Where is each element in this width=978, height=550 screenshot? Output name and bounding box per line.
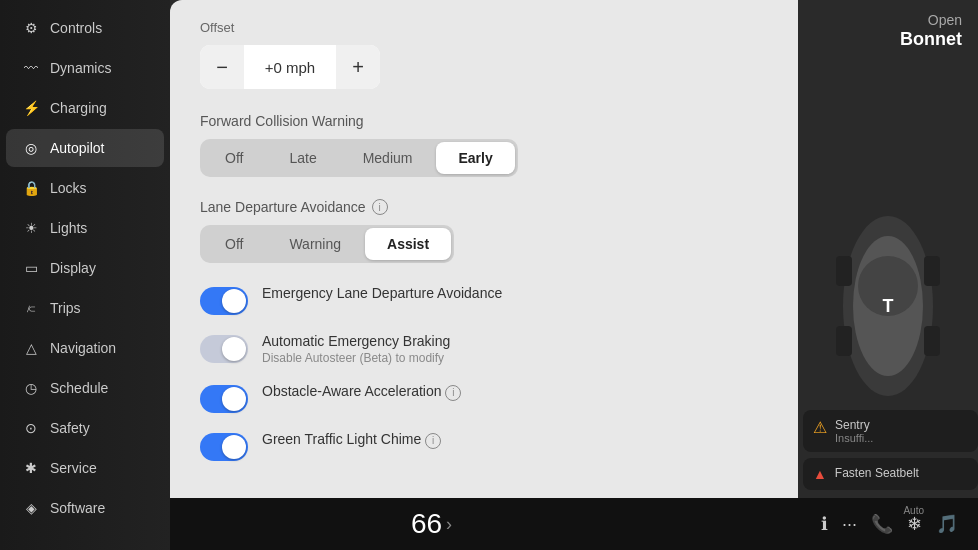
bottom-icon-more[interactable]: ··· <box>842 514 857 534</box>
sidebar-icon-navigation: △ <box>22 339 40 357</box>
bottom-right: ℹ···📞 ❄ Auto 🎵 <box>821 513 958 535</box>
sidebar-item-controls[interactable]: ⚙ Controls <box>6 9 164 47</box>
sidebar-item-autopilot[interactable]: ◎ Autopilot <box>6 129 164 167</box>
sidebar-icon-display: ▭ <box>22 259 40 277</box>
notif-subtitle-sentry: Insuffi... <box>835 432 873 444</box>
forward-collision-section: Forward Collision Warning OffLateMediumE… <box>200 113 768 177</box>
sidebar-item-software[interactable]: ◈ Software <box>6 489 164 527</box>
bottom-center: 66 › <box>411 508 452 540</box>
sidebar-icon-safety: ⊙ <box>22 419 40 437</box>
sidebar-icon-dynamics: 〰 <box>22 59 40 77</box>
fcw-option-medium[interactable]: Medium <box>341 142 435 174</box>
notif-card-seatbelt: ▲ Fasten Seatbelt <box>803 458 978 490</box>
toggle-row-obstacle-aware: Obstacle-Aware Acceleration i <box>200 383 768 413</box>
lane-departure-section: Lane Departure Avoidance i OffWarningAss… <box>200 199 768 263</box>
info-icon-green-traffic[interactable]: i <box>425 433 441 449</box>
fcw-option-early[interactable]: Early <box>436 142 514 174</box>
sidebar-label-locks: Locks <box>50 180 87 196</box>
sidebar-label-lights: Lights <box>50 220 87 236</box>
sidebar-label-software: Software <box>50 500 105 516</box>
sidebar-label-trips: Trips <box>50 300 81 316</box>
sidebar-label-controls: Controls <box>50 20 102 36</box>
toggle-label-group-auto-emergency-braking: Automatic Emergency Braking Disable Auto… <box>262 333 450 365</box>
lane-departure-info-icon[interactable]: i <box>372 199 388 215</box>
car-svg: T <box>818 206 958 406</box>
forward-collision-label: Forward Collision Warning <box>200 113 364 129</box>
sidebar-item-trips[interactable]: ⟈ Trips <box>6 289 164 327</box>
notif-text-seatbelt: Fasten Seatbelt <box>835 466 919 480</box>
notif-title-sentry: Sentry <box>835 418 873 432</box>
sidebar-icon-controls: ⚙ <box>22 19 40 37</box>
svg-rect-5 <box>836 326 852 356</box>
toggle-green-traffic[interactable] <box>200 433 248 461</box>
lda-option-assist[interactable]: Assist <box>365 228 451 260</box>
screen: ⚙ Controls 〰 Dynamics ⚡ Charging ◎ Autop… <box>0 0 978 550</box>
sidebar-icon-autopilot: ◎ <box>22 139 40 157</box>
offset-control: − +0 mph + <box>200 45 380 89</box>
sidebar-item-safety[interactable]: ⊙ Safety <box>6 409 164 447</box>
sidebar-icon-software: ◈ <box>22 499 40 517</box>
notif-cards: ⚠ Sentry Insuffi... ▲ Fasten Seatbelt <box>803 410 978 490</box>
lda-option-warning[interactable]: Warning <box>267 228 363 260</box>
forward-collision-control: OffLateMediumEarly <box>200 139 518 177</box>
sidebar-item-service[interactable]: ✱ Service <box>6 449 164 487</box>
notif-title-seatbelt: Fasten Seatbelt <box>835 466 919 480</box>
info-icon-obstacle-aware[interactable]: i <box>445 385 461 401</box>
sidebar-icon-lights: ☀ <box>22 219 40 237</box>
sidebar-item-lights[interactable]: ☀ Lights <box>6 209 164 247</box>
sidebar-icon-service: ✱ <box>22 459 40 477</box>
offset-value: +0 mph <box>244 59 336 76</box>
sidebar-item-locks[interactable]: 🔒 Locks <box>6 169 164 207</box>
bottom-icon-wrap-spotify: 🎵 <box>936 513 958 535</box>
sidebar-item-display[interactable]: ▭ Display <box>6 249 164 287</box>
lane-departure-control: OffWarningAssist <box>200 225 454 263</box>
auto-badge: Auto <box>903 505 924 516</box>
sidebar-label-safety: Safety <box>50 420 90 436</box>
toggle-row-emergency-lane: Emergency Lane Departure Avoidance <box>200 285 768 315</box>
offset-label: Offset <box>200 20 768 35</box>
speed-arrow: › <box>446 514 452 535</box>
toggle-label-obstacle-aware: Obstacle-Aware Acceleration i <box>262 383 461 401</box>
sidebar-item-charging[interactable]: ⚡ Charging <box>6 89 164 127</box>
lane-departure-title: Lane Departure Avoidance i <box>200 199 768 215</box>
svg-rect-3 <box>836 256 852 286</box>
notif-card-sentry: ⚠ Sentry Insuffi... <box>803 410 978 452</box>
bottom-icon-climate[interactable]: ❄ <box>907 514 922 534</box>
sidebar-item-dynamics[interactable]: 〰 Dynamics <box>6 49 164 87</box>
bottom-icon-wrap-climate: ❄ Auto <box>907 513 922 535</box>
toggle-label-group-obstacle-aware: Obstacle-Aware Acceleration i <box>262 383 461 401</box>
notif-text-sentry: Sentry Insuffi... <box>835 418 873 444</box>
sidebar-item-schedule[interactable]: ◷ Schedule <box>6 369 164 407</box>
sidebar-label-display: Display <box>50 260 96 276</box>
main-content: Offset − +0 mph + Forward Collision Warn… <box>170 0 798 550</box>
sidebar-icon-schedule: ◷ <box>22 379 40 397</box>
sidebar-icon-charging: ⚡ <box>22 99 40 117</box>
sidebar-label-dynamics: Dynamics <box>50 60 111 76</box>
open-label: Open <box>928 12 962 28</box>
offset-plus-button[interactable]: + <box>336 45 380 89</box>
toggle-label-green-traffic: Green Traffic Light Chime i <box>262 431 441 449</box>
bottom-icon-wrap-phone: 📞 <box>871 513 893 535</box>
spotify-icon[interactable]: 🎵 <box>936 514 958 534</box>
sidebar-icon-locks: 🔒 <box>22 179 40 197</box>
toggle-emergency-lane[interactable] <box>200 287 248 315</box>
notif-warn-icon-sentry: ⚠ <box>813 418 827 437</box>
toggle-label-auto-emergency-braking: Automatic Emergency Braking <box>262 333 450 349</box>
bottom-icon-wrap-more: ··· <box>842 514 857 535</box>
toggle-sublabel-auto-emergency-braking: Disable Autosteer (Beta) to modify <box>262 351 450 365</box>
toggle-auto-emergency-braking[interactable] <box>200 335 248 363</box>
sidebar-item-navigation[interactable]: △ Navigation <box>6 329 164 367</box>
sidebar-label-navigation: Navigation <box>50 340 116 356</box>
offset-minus-button[interactable]: − <box>200 45 244 89</box>
forward-collision-title: Forward Collision Warning <box>200 113 768 129</box>
open-bonnet: Open Bonnet <box>798 0 978 62</box>
toggle-obstacle-aware[interactable] <box>200 385 248 413</box>
toggle-label-emergency-lane: Emergency Lane Departure Avoidance <box>262 285 502 301</box>
lda-option-off[interactable]: Off <box>203 228 265 260</box>
toggle-label-group-emergency-lane: Emergency Lane Departure Avoidance <box>262 285 502 301</box>
sidebar-label-service: Service <box>50 460 97 476</box>
bottom-icon-info[interactable]: ℹ <box>821 514 828 534</box>
fcw-option-late[interactable]: Late <box>267 142 338 174</box>
fcw-option-off[interactable]: Off <box>203 142 265 174</box>
bottom-icon-phone[interactable]: 📞 <box>871 514 893 534</box>
